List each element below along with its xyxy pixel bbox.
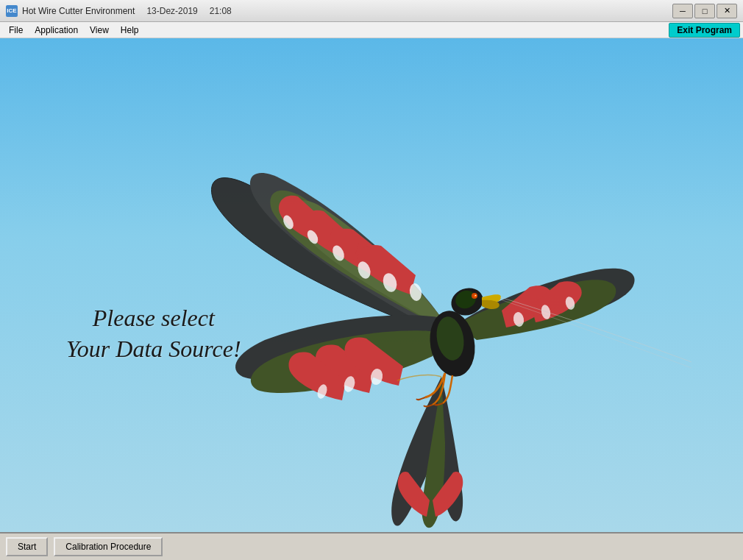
prompt-line2: Your Data Source! <box>66 334 241 365</box>
maximize-button[interactable]: □ <box>694 4 715 18</box>
date-display: 13-Dez-2019 <box>146 6 197 16</box>
title-bar-left: ICE Hot Wire Cutter Environment 13-Dez-2… <box>6 5 232 17</box>
prompt-line1: Please select <box>66 303 241 334</box>
main-content: Please select Your Data Source! <box>0 38 743 532</box>
menu-file[interactable]: File <box>3 24 29 37</box>
title-bar: ICE Hot Wire Cutter Environment 13-Dez-2… <box>0 0 743 22</box>
app-name: Hot Wire Cutter Environment <box>22 6 135 16</box>
bottom-bar: Start Calibration Procedure <box>0 532 743 560</box>
menu-help[interactable]: Help <box>115 24 145 37</box>
prompt-text: Please select Your Data Source! <box>66 303 241 364</box>
exit-program-button[interactable]: Exit Program <box>669 23 740 38</box>
close-button[interactable]: ✕ <box>717 4 737 18</box>
app-icon: ICE <box>6 5 18 17</box>
window-controls: ─ □ ✕ <box>672 4 737 18</box>
svg-point-18 <box>475 295 477 297</box>
menu-application[interactable]: Application <box>29 24 84 37</box>
menu-view[interactable]: View <box>84 24 115 37</box>
start-button[interactable]: Start <box>6 537 48 556</box>
time-display: 21:08 <box>210 6 232 16</box>
calibration-procedure-button[interactable]: Calibration Procedure <box>54 537 163 556</box>
minimize-button[interactable]: ─ <box>672 4 693 18</box>
menu-bar: File Application View Help Exit Program <box>0 22 743 38</box>
kite-image <box>191 82 692 532</box>
